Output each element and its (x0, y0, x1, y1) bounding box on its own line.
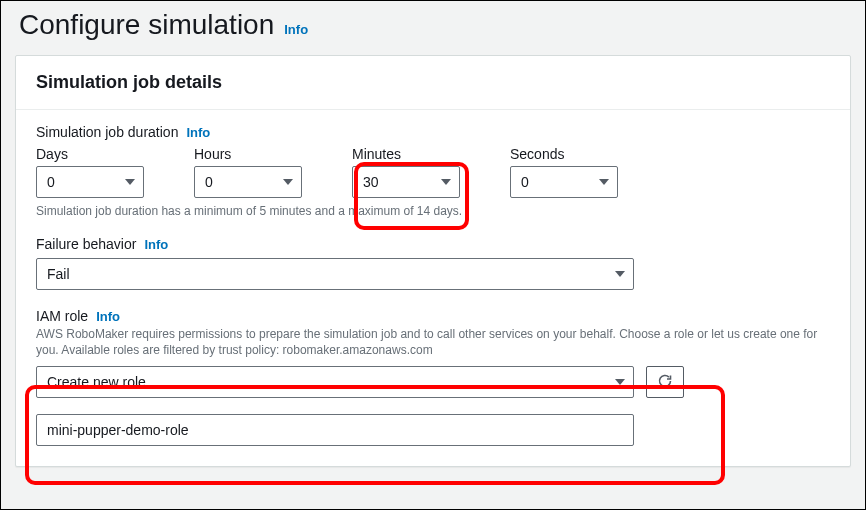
failure-label-row: Failure behavior Info (36, 236, 830, 252)
failure-value: Fail (47, 266, 70, 282)
duration-hint: Simulation job duration has a minimum of… (36, 204, 830, 218)
hours-select[interactable]: 0 (194, 166, 302, 198)
chevron-down-icon (283, 179, 293, 185)
page-title: Configure simulation (19, 9, 274, 41)
seconds-select[interactable]: 0 (510, 166, 618, 198)
chevron-down-icon (599, 179, 609, 185)
page-info-link[interactable]: Info (284, 22, 308, 37)
minutes-select[interactable]: 30 (352, 166, 460, 198)
chevron-down-icon (441, 179, 451, 185)
panel-title: Simulation job details (36, 72, 222, 92)
iam-description: AWS RoboMaker requires permissions to pr… (36, 326, 830, 358)
duration-info-link[interactable]: Info (186, 125, 210, 140)
hours-label: Hours (194, 146, 324, 162)
hours-value: 0 (205, 174, 213, 190)
iam-info-link[interactable]: Info (96, 309, 120, 324)
iam-role-name-value: mini-pupper-demo-role (47, 422, 189, 438)
iam-role-select-value: Create new role (47, 374, 146, 390)
days-value: 0 (47, 174, 55, 190)
minutes-label: Minutes (352, 146, 482, 162)
days-label: Days (36, 146, 166, 162)
duration-label-row: Simulation job duration Info (36, 124, 830, 140)
chevron-down-icon (615, 379, 625, 385)
failure-select[interactable]: Fail (36, 258, 634, 290)
duration-label: Simulation job duration (36, 124, 178, 140)
minutes-value: 30 (363, 174, 379, 190)
page-header: Configure simulation Info (1, 1, 865, 55)
chevron-down-icon (615, 271, 625, 277)
seconds-label: Seconds (510, 146, 640, 162)
iam-label-row: IAM role Info (36, 308, 830, 324)
failure-info-link[interactable]: Info (144, 237, 168, 252)
panel-header: Simulation job details (16, 56, 850, 110)
failure-label: Failure behavior (36, 236, 136, 252)
chevron-down-icon (125, 179, 135, 185)
seconds-value: 0 (521, 174, 529, 190)
simulation-details-panel: Simulation job details Simulation job du… (15, 55, 851, 467)
iam-label: IAM role (36, 308, 88, 324)
days-select[interactable]: 0 (36, 166, 144, 198)
refresh-button[interactable] (646, 366, 684, 398)
iam-role-name-input[interactable]: mini-pupper-demo-role (36, 414, 634, 446)
iam-role-select[interactable]: Create new role (36, 366, 634, 398)
duration-row: Days 0 Hours 0 Minutes 30 (36, 146, 830, 198)
refresh-icon (657, 373, 673, 392)
